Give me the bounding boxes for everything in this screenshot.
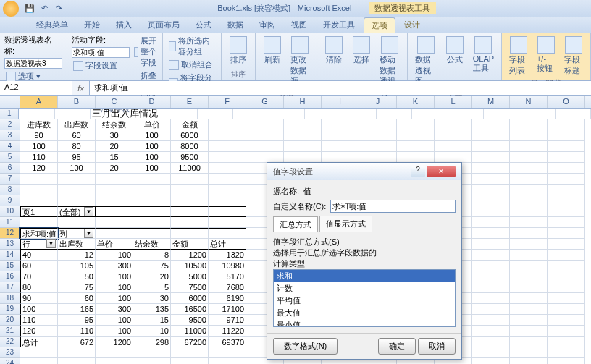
cell[interactable]: 8000: [171, 141, 209, 152]
cell[interactable]: 120: [20, 326, 58, 337]
row-header[interactable]: 5: [0, 152, 20, 163]
cell[interactable]: [548, 304, 585, 315]
cell[interactable]: [472, 130, 510, 141]
row-header[interactable]: 17: [0, 282, 20, 293]
dropdown-icon[interactable]: ▼: [84, 229, 93, 238]
cell[interactable]: [472, 152, 510, 163]
cell[interactable]: [548, 217, 585, 228]
field-headers-button[interactable]: 字段标题: [561, 35, 586, 77]
cell[interactable]: [55, 109, 91, 119]
cell[interactable]: 80: [20, 282, 58, 293]
cell[interactable]: [171, 358, 209, 364]
cell[interactable]: 页1: [20, 206, 58, 217]
cell[interactable]: [58, 358, 96, 364]
cell[interactable]: [359, 152, 397, 163]
cell[interactable]: [510, 293, 548, 304]
cell[interactable]: 90: [20, 130, 58, 141]
cell[interactable]: [284, 152, 322, 163]
cell[interactable]: 5000: [171, 271, 209, 282]
list-item[interactable]: 计数: [274, 282, 455, 295]
column-header[interactable]: J: [359, 96, 397, 108]
cell[interactable]: [435, 130, 472, 141]
cell[interactable]: [246, 130, 284, 141]
cell[interactable]: 单价: [133, 119, 171, 130]
cell[interactable]: [133, 358, 171, 364]
expand-button[interactable]: 展开整个字段: [133, 35, 158, 69]
cell[interactable]: [548, 119, 585, 130]
cell[interactable]: 100: [58, 163, 96, 174]
cell[interactable]: [548, 195, 585, 206]
cell[interactable]: 30: [96, 130, 133, 141]
cell[interactable]: 7680: [209, 282, 246, 293]
ok-button[interactable]: 确定: [378, 338, 416, 355]
cell[interactable]: [510, 304, 548, 315]
cell[interactable]: [96, 228, 133, 239]
cell[interactable]: [246, 119, 284, 130]
olap-button[interactable]: OLAP 工具: [470, 35, 497, 75]
cell[interactable]: 95: [58, 152, 96, 163]
cell[interactable]: 12: [58, 250, 96, 261]
dialog-titlebar[interactable]: 值字段设置 ? ✕: [267, 163, 461, 180]
cell[interactable]: [510, 358, 548, 364]
cell[interactable]: [472, 261, 510, 271]
cell[interactable]: 50: [58, 271, 96, 282]
cell[interactable]: [472, 217, 510, 228]
cell[interactable]: [133, 206, 171, 217]
cell[interactable]: [548, 282, 585, 293]
cell[interactable]: 110: [58, 326, 96, 337]
cell[interactable]: 20: [133, 271, 171, 282]
cell[interactable]: [548, 250, 585, 261]
cell[interactable]: [359, 119, 397, 130]
cell[interactable]: [510, 185, 548, 195]
cell[interactable]: 100: [96, 315, 133, 326]
cell[interactable]: [171, 206, 209, 217]
cell[interactable]: [510, 250, 548, 261]
cell[interactable]: 67200: [171, 337, 209, 347]
row-header[interactable]: 23: [0, 347, 20, 358]
cell[interactable]: [20, 185, 58, 195]
cell[interactable]: 8: [133, 250, 171, 261]
cell[interactable]: [198, 109, 233, 119]
cell[interactable]: [284, 119, 322, 130]
cell[interactable]: 金额: [171, 239, 209, 250]
cell[interactable]: [133, 217, 171, 228]
cell[interactable]: [209, 185, 246, 195]
column-header[interactable]: L: [435, 96, 472, 108]
cell[interactable]: [510, 337, 548, 347]
cell[interactable]: [548, 228, 585, 239]
cell[interactable]: 69370: [209, 337, 246, 347]
cell[interactable]: [448, 109, 484, 119]
row-header[interactable]: 15: [0, 261, 20, 271]
cell[interactable]: 80: [58, 141, 96, 152]
cell[interactable]: 6000: [171, 130, 209, 141]
cell[interactable]: 135: [133, 304, 171, 315]
cell[interactable]: [472, 326, 510, 337]
row-header[interactable]: 14: [0, 250, 20, 261]
cell[interactable]: [548, 326, 585, 337]
cell[interactable]: [171, 347, 209, 358]
sort-button[interactable]: 排序: [226, 35, 251, 67]
cell[interactable]: 100: [96, 293, 133, 304]
cancel-button[interactable]: 取消: [418, 338, 456, 355]
select-button[interactable]: 选择: [349, 35, 374, 67]
cell[interactable]: [435, 141, 472, 152]
pm-buttons-button[interactable]: +/- 按钮: [534, 35, 558, 75]
cell[interactable]: [359, 130, 397, 141]
cell[interactable]: [397, 130, 435, 141]
undo-icon[interactable]: ↶: [38, 2, 51, 15]
calc-type-list[interactable]: 求和 计数 平均值 最大值 最小值 乘积: [273, 269, 456, 327]
tab-formulas[interactable]: 公式: [188, 17, 219, 33]
tab-insert[interactable]: 插入: [109, 17, 139, 33]
row-header[interactable]: 3: [0, 130, 20, 141]
cell[interactable]: [171, 195, 209, 206]
cell[interactable]: 10500: [171, 261, 209, 271]
cell[interactable]: [322, 130, 359, 141]
column-header[interactable]: D: [133, 96, 171, 108]
cell[interactable]: [548, 206, 585, 217]
cell[interactable]: [209, 119, 246, 130]
cell[interactable]: [171, 185, 209, 195]
field-settings-button[interactable]: 字段设置: [72, 59, 130, 72]
cell[interactable]: [472, 271, 510, 282]
cell[interactable]: [96, 206, 133, 217]
cell[interactable]: [548, 152, 585, 163]
